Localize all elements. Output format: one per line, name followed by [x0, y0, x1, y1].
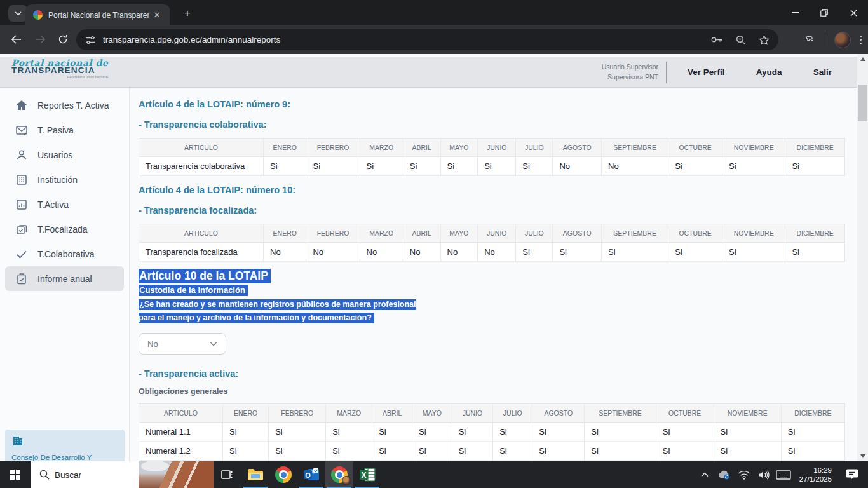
sidebar-item-reportes-t-activa[interactable]: Reportes T. Activa [5, 93, 124, 118]
highlight-title: Artículo 10 de la LOTAIP [139, 269, 271, 283]
column-header: ARTICULO [139, 404, 223, 423]
column-header: MAYO [412, 404, 452, 423]
sidebar-item-t-activa[interactable]: T.Activa [5, 192, 124, 217]
chrome-profile-button[interactable] [325, 461, 353, 488]
cell-value: Si [223, 423, 269, 442]
column-header: ABRIL [372, 404, 412, 423]
browser-tab[interactable]: Portal Nacional de Transparenci ✕ [25, 4, 170, 25]
scroll-down-arrow[interactable] [857, 451, 868, 461]
cell-value: Si [326, 442, 372, 461]
window-restore-button[interactable] [810, 0, 839, 25]
window-close-button[interactable] [839, 0, 868, 25]
new-tab-button[interactable]: + [179, 6, 196, 20]
cell-value: No [360, 243, 403, 262]
scroll-up-arrow[interactable] [857, 54, 868, 64]
start-button[interactable] [0, 461, 31, 488]
menu-ver-perfil[interactable]: Ver Perfil [688, 67, 725, 77]
cell-value: Si [714, 423, 781, 442]
onedrive-cloud-icon [717, 470, 731, 480]
extensions-icon[interactable] [804, 34, 816, 46]
user-role: Supervisora PNT [602, 72, 658, 82]
column-header: ABRIL [403, 224, 440, 243]
onedrive-button[interactable] [717, 465, 732, 484]
tray-expand-button[interactable] [697, 465, 712, 484]
keyboard-icon [776, 470, 791, 480]
section-subtitle-focalizada: - Transparencia focalizada: [139, 205, 845, 215]
cell-value: Si [493, 423, 532, 442]
outlook-icon: O [303, 467, 320, 482]
cell-value: Si [440, 157, 478, 176]
cell-value: Si [656, 423, 714, 442]
taskbar-clock[interactable]: 16:29 27/1/2025 [796, 466, 837, 484]
forward-button[interactable] [31, 30, 50, 49]
column-header: NOVIEMBRE [722, 139, 785, 157]
sidebar-item-t-colaborativa[interactable]: T.Colaborativa [5, 241, 124, 266]
cell-value: Si [223, 442, 269, 461]
cell-value: Si [452, 442, 492, 461]
volume-button[interactable] [756, 465, 771, 484]
site-settings-icon[interactable] [85, 36, 95, 44]
user-icon [15, 149, 28, 161]
browser-menu-icon[interactable] [860, 36, 862, 44]
search-input[interactable] [55, 470, 137, 480]
scrollbar-thumb[interactable] [858, 85, 867, 121]
back-button[interactable] [6, 30, 25, 49]
tab-close-icon[interactable]: ✕ [151, 10, 163, 21]
column-header: JULIO [493, 404, 532, 423]
task-view-button[interactable] [214, 461, 241, 488]
column-header: MAYO [440, 139, 478, 157]
profile-avatar[interactable] [834, 32, 851, 48]
svg-text:X: X [361, 471, 366, 480]
page-scrollbar[interactable] [857, 54, 868, 461]
tab-search-button[interactable] [8, 5, 27, 22]
cell-value: Si [452, 423, 492, 442]
column-header: NOVIEMBRE [722, 224, 785, 243]
touch-keyboard-button[interactable] [776, 465, 791, 484]
wifi-button[interactable] [736, 465, 752, 484]
password-key-icon[interactable] [711, 36, 723, 43]
file-explorer-button[interactable] [241, 461, 269, 488]
tab-title: Portal Nacional de Transparenci [48, 11, 149, 20]
chrome-button[interactable] [269, 461, 297, 488]
column-header: JUNIO [452, 404, 492, 423]
column-header: ENERO [264, 139, 306, 157]
column-header: MARZO [326, 404, 372, 423]
sidebar-item-label: T.Focalizada [37, 224, 88, 234]
excel-button[interactable]: X [353, 461, 381, 488]
notification-icon [846, 469, 858, 480]
cell-value: Si [412, 423, 452, 442]
refresh-button[interactable] [53, 30, 72, 49]
sidebar-item-t-focalizada[interactable]: T.Focalizada [5, 217, 124, 241]
sidebar-item-informe-anual[interactable]: Informe anual [5, 266, 124, 291]
sidebar-item-t-pasiva[interactable]: T. Pasiva [5, 118, 124, 142]
sidebar-item-label: Institución [37, 175, 78, 185]
search-icon [39, 470, 50, 480]
url-text[interactable]: transparencia.dpe.gob.ec/admin/annualrep… [103, 35, 280, 44]
sidebar-item-label: T.Activa [37, 200, 69, 210]
outlook-button[interactable]: O [297, 461, 325, 488]
action-center-button[interactable] [841, 461, 863, 488]
highlight-subtitle: Custodia de la información [139, 285, 248, 296]
table-row: Transparencia colaborativaSiSiSiSiSiSiSi… [139, 157, 845, 176]
page-viewport: Portal nacional de TRANSPARENCIA Reposit… [0, 54, 868, 461]
column-header: AGOSTO [532, 404, 585, 423]
menu-salir[interactable]: Salir [813, 67, 832, 77]
cell-value: Si [493, 442, 532, 461]
menu-ayuda[interactable]: Ayuda [756, 67, 782, 77]
sidebar: Reportes T. Activa T. Pasiva Usuarios In… [0, 88, 130, 461]
custody-select[interactable]: No [139, 333, 226, 355]
cell-value: Si [532, 442, 585, 461]
sidebar-item-institucion[interactable]: Institución [5, 167, 124, 192]
zoom-out-icon[interactable] [736, 35, 746, 45]
column-header: JUNIO [478, 139, 516, 157]
cell-value: Si [326, 423, 372, 442]
cell-value: Si [585, 442, 656, 461]
column-header: MAYO [440, 224, 478, 243]
taskbar-search[interactable] [31, 461, 214, 488]
sidebar-item-usuarios[interactable]: Usuarios [5, 142, 124, 167]
window-minimize-button[interactable] [780, 0, 810, 25]
cell-value: Si [553, 243, 602, 262]
address-bar[interactable]: transparencia.dpe.gob.ec/admin/annualrep… [76, 29, 778, 50]
section-subtitle-activa: - Transparencia activa: [139, 369, 845, 379]
bookmark-star-icon[interactable] [759, 35, 770, 45]
